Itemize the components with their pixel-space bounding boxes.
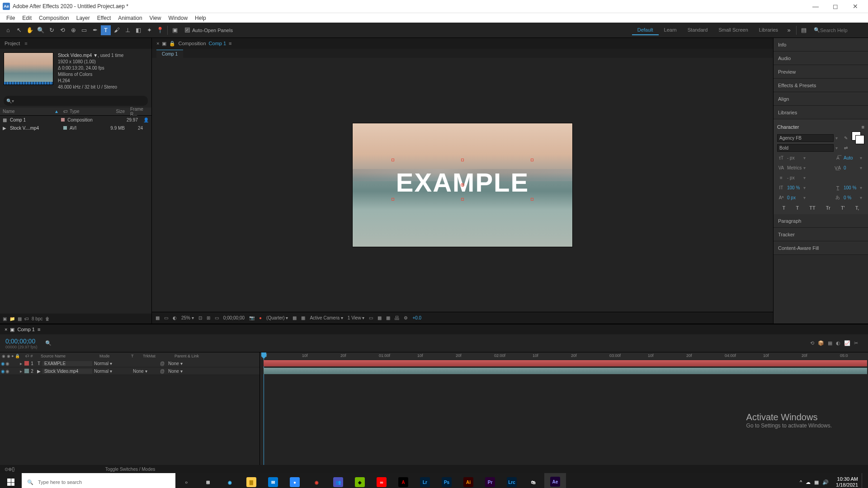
taskbar-app-cc[interactable]: ∞	[371, 473, 392, 488]
delete-icon[interactable]: 🗑	[45, 316, 50, 321]
taskbar-app-lr[interactable]: Lr	[414, 473, 436, 488]
eraser-tool[interactable]: ◧	[133, 25, 143, 35]
panel-menu-icon[interactable]: ▤	[799, 25, 809, 35]
panel-align[interactable]: Align	[774, 92, 868, 106]
taskbar-app-ae[interactable]: Ae	[544, 473, 566, 488]
system-tray[interactable]: ^ ☁ ▦ 🔊	[796, 479, 832, 485]
workspace-small-screen[interactable]: Small Screen	[713, 25, 753, 35]
new-folder-icon[interactable]: 📁	[9, 316, 15, 321]
taskbar-clock[interactable]: 10:30 AM 1/18/2021	[832, 476, 862, 488]
viewer[interactable]: EXAMPLE ⊕	[152, 58, 773, 312]
menu-window[interactable]: Window	[165, 14, 191, 22]
pen-tool[interactable]: ✒	[90, 25, 100, 35]
eyedropper-icon[interactable]: ✎	[842, 136, 850, 141]
start-button[interactable]	[0, 473, 22, 488]
timeline-icon[interactable]: ▦	[386, 315, 390, 320]
comp-subtab[interactable]: Comp 1	[156, 50, 183, 58]
panel-content-aware-fill[interactable]: Content-Aware Fill	[774, 241, 868, 255]
adjustment-icon[interactable]: 🏷	[24, 316, 29, 321]
text-style-button[interactable]: T	[796, 205, 799, 211]
search-icon[interactable]: 🔍	[45, 340, 59, 346]
taskbar-app-mail[interactable]: ✉	[262, 473, 284, 488]
tracking-input[interactable]: 0	[844, 165, 858, 170]
bpc-label[interactable]: 8 bpc	[32, 316, 42, 321]
snapshot-icon[interactable]: 📷	[249, 315, 255, 320]
zoom-tool[interactable]: 🔍	[36, 25, 46, 35]
taskbar-search[interactable]: 🔍Type here to search	[22, 473, 175, 488]
panel-effects---presets[interactable]: Effects & Presets	[774, 79, 868, 92]
tl-switch-icon[interactable]: ⊕	[8, 467, 12, 472]
menu-composition[interactable]: Composition	[35, 14, 73, 22]
tray-chevron-icon[interactable]: ^	[800, 479, 802, 485]
text-style-button[interactable]: T	[783, 205, 786, 211]
current-time-display[interactable]: 0;00;00;0000000 (29.97 fps)	[0, 338, 45, 349]
shy-icon[interactable]: ⟲	[810, 340, 814, 346]
show-desktop-button[interactable]	[862, 473, 868, 488]
exposure-value[interactable]: +0.0	[412, 315, 421, 320]
panel-menu-icon[interactable]: ≡	[38, 327, 40, 332]
project-tab[interactable]: Project≡	[0, 38, 151, 49]
region-icon[interactable]: ▭	[215, 315, 219, 320]
taskbar-app-lrc[interactable]: Lrc	[501, 473, 523, 488]
taskbar-app-explorer[interactable]: ▇	[241, 473, 262, 488]
panel-info[interactable]: Info	[774, 38, 868, 52]
3d-icon[interactable]: ▦	[301, 315, 305, 320]
swap-icon[interactable]: ⇄	[842, 145, 850, 150]
project-row[interactable]: ▶Stock V....mp4AVI9.9 MB24	[0, 124, 151, 132]
search-help[interactable]: 🔍	[814, 27, 865, 33]
new-comp-icon[interactable]: ▦	[18, 316, 22, 321]
panel-paragraph[interactable]: Paragraph	[774, 214, 868, 228]
leading-input[interactable]: Auto	[844, 155, 858, 160]
menu-effect[interactable]: Effect	[94, 14, 114, 22]
interpret-icon[interactable]: ▣	[3, 316, 7, 321]
menu-animation[interactable]: Animation	[114, 14, 146, 22]
tsume-input[interactable]: 0 %	[844, 195, 858, 200]
auto-open-panels-checkbox[interactable]: ✓Auto-Open Panels	[185, 28, 233, 33]
zoom-dropdown[interactable]: 25% ▾	[181, 315, 194, 320]
toggle-switches-button[interactable]: Toggle Switches / Modes	[105, 467, 156, 472]
taskbar-app-acrobat[interactable]: A	[392, 473, 414, 488]
menu-edit[interactable]: Edit	[19, 14, 35, 22]
search-help-input[interactable]	[820, 28, 865, 33]
taskbar-app-nvidia[interactable]: ◈	[349, 473, 371, 488]
taskbar-app-taskview[interactable]: ⊞	[197, 473, 219, 488]
col-framerate[interactable]: Frame R...	[127, 107, 150, 117]
taskbar-app-ai[interactable]: Ai	[458, 473, 479, 488]
fullres-icon[interactable]: ⊡	[198, 315, 202, 320]
mask-icon[interactable]: ◐	[173, 315, 177, 320]
fast-preview-icon[interactable]: ▦	[377, 315, 382, 320]
timeline-layer[interactable]: ◉◉▸1TEXAMPLENormal ▾@None ▾	[0, 360, 259, 367]
col-type[interactable]: Type	[67, 109, 103, 114]
onedrive-icon[interactable]: ☁	[806, 479, 811, 485]
col-trkmat[interactable]: TrkMat	[143, 354, 175, 358]
tl-switch-icon[interactable]: {}	[12, 467, 15, 472]
workspace-standard[interactable]: Standard	[682, 25, 713, 35]
channel-icon[interactable]: ●	[259, 315, 262, 320]
flowchart-icon[interactable]: 品	[395, 315, 399, 321]
panel-menu-icon[interactable]: ≡	[862, 124, 864, 130]
tl-switch-icon[interactable]: ⊙	[5, 467, 8, 472]
current-time[interactable]: 0;00;00;00	[223, 315, 245, 320]
panel-audio[interactable]: Audio	[774, 52, 868, 65]
roto-tool[interactable]: ✦	[144, 25, 154, 35]
taskbar-app-cortana[interactable]: ○	[175, 473, 197, 488]
menu-layer[interactable]: Layer	[73, 14, 94, 22]
text-style-button[interactable]: Tr	[826, 205, 830, 211]
close-tab-icon[interactable]: ×	[156, 41, 159, 46]
hand-tool[interactable]: ✋	[25, 25, 35, 35]
text-style-button[interactable]: T'	[841, 205, 845, 211]
taskbar-app-chrome[interactable]: ◉	[306, 473, 327, 488]
transparency-icon[interactable]: ▦	[292, 315, 297, 320]
col-source[interactable]: Source Name	[36, 354, 99, 358]
close-icon[interactable]: ×	[5, 327, 7, 332]
graph-icon[interactable]: 📈	[844, 340, 850, 346]
kerning-input[interactable]: Metrics	[787, 165, 802, 170]
view-dropdown[interactable]: 1 View ▾	[348, 315, 365, 320]
pan-behind-tool[interactable]: ⊕	[68, 25, 78, 35]
menu-file[interactable]: File	[3, 14, 19, 22]
layer-bar[interactable]	[264, 368, 867, 374]
stroke-width-input[interactable]: - px	[787, 175, 802, 180]
baseline-input[interactable]: 0 px	[787, 195, 802, 200]
font-family-dropdown[interactable]: Agency FB	[777, 134, 834, 142]
project-row[interactable]: ▦Comp 1Composition29.97👤	[0, 116, 151, 124]
